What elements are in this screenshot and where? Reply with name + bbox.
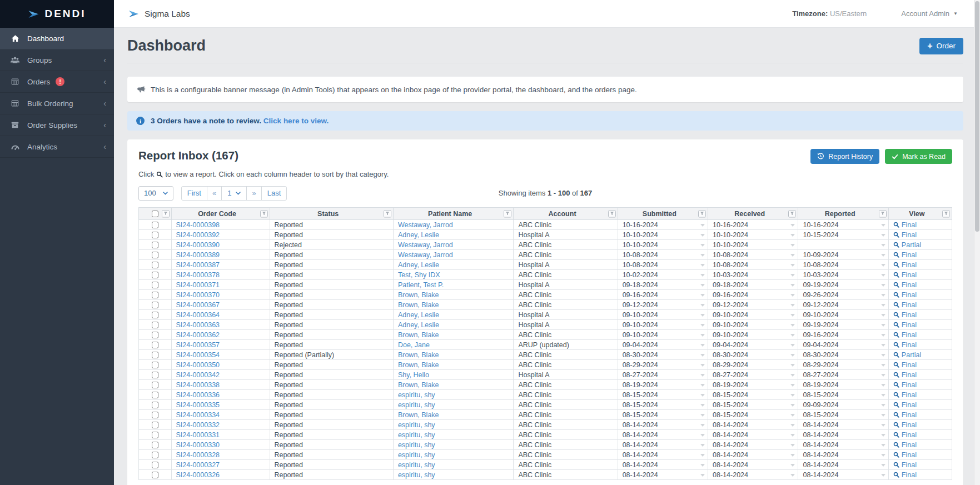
order-code-link[interactable]: SI24-0000371	[176, 281, 220, 289]
filter-icon[interactable]	[788, 210, 796, 217]
view-report-link[interactable]: Final	[893, 431, 947, 439]
window-scrollbar[interactable]	[974, 0, 980, 485]
patient-name-link[interactable]: Brown, Blake	[398, 291, 439, 299]
order-code-link[interactable]: SI24-0000334	[176, 411, 220, 419]
filter-icon[interactable]	[879, 210, 887, 217]
view-report-link[interactable]: Final	[893, 251, 947, 259]
patient-name-link[interactable]: Brown, Blake	[398, 381, 439, 389]
order-code-link[interactable]: SI24-0000328	[176, 451, 220, 459]
view-report-link[interactable]: Final	[893, 311, 947, 319]
header-select-all[interactable]	[139, 208, 172, 220]
patient-name-link[interactable]: Adney, Leslie	[398, 231, 439, 239]
row-checkbox[interactable]	[152, 292, 158, 298]
order-code-link[interactable]: SI24-0000387	[176, 261, 220, 269]
order-code-link[interactable]: SI24-0000335	[176, 401, 220, 409]
view-report-link[interactable]: Final	[893, 291, 947, 299]
view-report-link[interactable]: Final	[893, 331, 947, 339]
view-report-link[interactable]: Final	[893, 451, 947, 459]
sidebar-item-dashboard[interactable]: Dashboard	[0, 28, 114, 49]
filter-icon[interactable]	[162, 210, 170, 217]
patient-name-link[interactable]: espiritu, shy	[398, 471, 435, 479]
order-code-link[interactable]: SI24-0000342	[176, 371, 220, 379]
row-checkbox[interactable]	[152, 472, 158, 478]
order-code-link[interactable]: SI24-0000392	[176, 231, 220, 239]
patient-name-link[interactable]: espiritu, shy	[398, 431, 435, 439]
filter-icon[interactable]	[942, 210, 950, 217]
row-checkbox[interactable]	[152, 332, 158, 338]
row-checkbox[interactable]	[152, 392, 158, 398]
order-code-link[interactable]: SI24-0000390	[176, 241, 220, 249]
patient-name-link[interactable]: Adney, Leslie	[398, 321, 439, 329]
view-report-link[interactable]: Final	[893, 411, 947, 419]
patient-name-link[interactable]: Adney, Leslie	[398, 261, 439, 269]
row-checkbox[interactable]	[152, 272, 158, 278]
row-checkbox[interactable]	[152, 452, 158, 458]
order-code-link[interactable]: SI24-0000398	[176, 221, 220, 229]
order-code-link[interactable]: SI24-0000364	[176, 311, 220, 319]
order-code-link[interactable]: SI24-0000363	[176, 321, 220, 329]
patient-name-link[interactable]: Patient, Test P.	[398, 281, 444, 289]
sidebar-item-order-supplies[interactable]: Order Supplies ‹	[0, 114, 114, 136]
order-code-link[interactable]: SI24-0000350	[176, 361, 220, 369]
page-size-select[interactable]: 100	[138, 186, 173, 201]
row-checkbox[interactable]	[152, 412, 158, 418]
row-checkbox[interactable]	[152, 262, 158, 268]
patient-name-link[interactable]: espiritu, shy	[398, 461, 435, 469]
dendi-logo[interactable]: DENDI	[0, 0, 114, 28]
order-code-link[interactable]: SI24-0000357	[176, 341, 220, 349]
view-report-link[interactable]: Final	[893, 261, 947, 269]
sidebar-item-orders[interactable]: Orders ! ‹	[0, 71, 114, 93]
view-report-link[interactable]: Final	[893, 421, 947, 429]
patient-name-link[interactable]: Brown, Blake	[398, 331, 439, 339]
view-report-link[interactable]: Final	[893, 271, 947, 279]
order-code-link[interactable]: SI24-0000332	[176, 421, 220, 429]
row-checkbox[interactable]	[152, 402, 158, 408]
filter-icon[interactable]	[504, 210, 511, 217]
patient-name-link[interactable]: espiritu, shy	[398, 421, 435, 429]
order-code-link[interactable]: SI24-0000362	[176, 331, 220, 339]
order-code-link[interactable]: SI24-0000330	[176, 441, 220, 449]
pager-prev-button[interactable]: «	[207, 186, 222, 201]
order-code-link[interactable]: SI24-0000389	[176, 251, 220, 259]
row-checkbox[interactable]	[152, 462, 158, 468]
view-report-link[interactable]: Final	[893, 341, 947, 349]
order-code-link[interactable]: SI24-0000367	[176, 301, 220, 309]
patient-name-link[interactable]: espiritu, shy	[398, 401, 435, 409]
filter-icon[interactable]	[698, 210, 706, 217]
row-checkbox[interactable]	[152, 242, 158, 248]
patient-name-link[interactable]: Brown, Blake	[398, 361, 439, 369]
filter-icon[interactable]	[608, 210, 616, 217]
pager-page-select[interactable]: 1	[221, 186, 247, 201]
row-checkbox[interactable]	[152, 302, 158, 308]
filter-icon[interactable]	[384, 210, 391, 217]
column-header-order-code[interactable]: Order Code	[171, 208, 270, 220]
column-header-received[interactable]: Received	[708, 208, 798, 220]
row-checkbox[interactable]	[152, 282, 158, 288]
view-report-link[interactable]: Partial	[893, 351, 947, 359]
view-report-link[interactable]: Partial	[893, 241, 947, 249]
column-header-submitted[interactable]: Submitted	[618, 208, 708, 220]
order-code-link[interactable]: SI24-0000354	[176, 351, 220, 359]
patient-name-link[interactable]: espiritu, shy	[398, 391, 435, 399]
order-code-link[interactable]: SI24-0000338	[176, 381, 220, 389]
select-all-checkbox[interactable]	[152, 211, 158, 217]
view-report-link[interactable]: Final	[893, 281, 947, 289]
row-checkbox[interactable]	[152, 352, 158, 358]
view-report-link[interactable]: Final	[893, 221, 947, 229]
patient-name-link[interactable]: Brown, Blake	[398, 301, 439, 309]
view-report-link[interactable]: Final	[893, 361, 947, 369]
order-code-link[interactable]: SI24-0000378	[176, 271, 220, 279]
view-report-link[interactable]: Final	[893, 381, 947, 389]
account-menu[interactable]: Account Admin ▼	[901, 9, 958, 18]
patient-name-link[interactable]: Brown, Blake	[398, 411, 439, 419]
row-checkbox[interactable]	[152, 362, 158, 368]
view-report-link[interactable]: Final	[893, 441, 947, 449]
patient-name-link[interactable]: Doe, Jane	[398, 341, 430, 349]
patient-name-link[interactable]: espiritu, shy	[398, 441, 435, 449]
patient-name-link[interactable]: espiritu, shy	[398, 451, 435, 459]
pager-first-button[interactable]: First	[181, 186, 207, 201]
column-header-account[interactable]: Account	[514, 208, 618, 220]
view-report-link[interactable]: Final	[893, 231, 947, 239]
app-brand[interactable]: Sigma Labs	[128, 9, 190, 19]
row-checkbox[interactable]	[152, 222, 158, 228]
